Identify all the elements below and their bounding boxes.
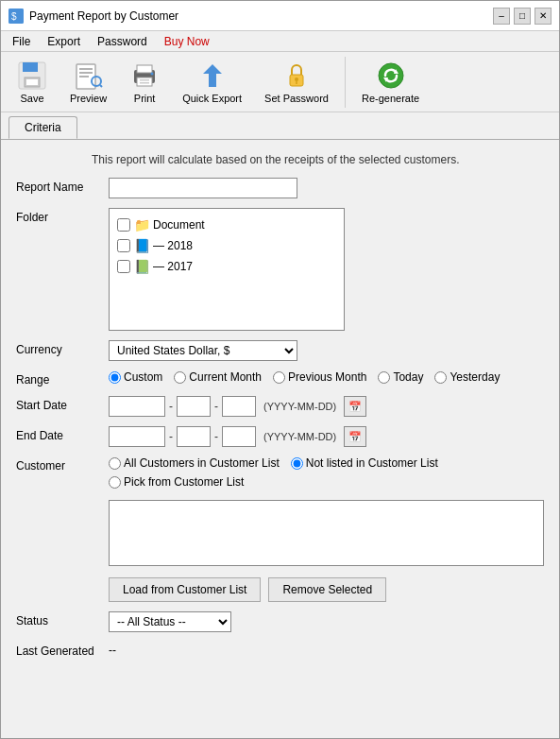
window-controls: – □ ✕ xyxy=(493,8,552,25)
svg-marker-18 xyxy=(203,64,222,87)
customer-all-radio[interactable] xyxy=(109,457,121,470)
window-title: Payment Report by Customer xyxy=(29,9,178,23)
regenerate-label: Re-generate xyxy=(362,93,419,104)
range-today-radio[interactable] xyxy=(378,371,390,384)
start-date-calendar-button[interactable]: 📅 xyxy=(344,396,366,417)
print-label: Print xyxy=(134,93,156,104)
end-date-sep2: - xyxy=(214,430,218,443)
menu-buynow[interactable]: Buy Now xyxy=(157,33,217,50)
range-current-label[interactable]: Current Month xyxy=(189,370,262,384)
folder-icon-2018: 📘 xyxy=(134,238,149,253)
set-password-label: Set Password xyxy=(264,93,329,104)
save-icon xyxy=(17,60,47,91)
title-bar-left: $ Payment Report by Customer xyxy=(8,9,178,24)
customer-all-label[interactable]: All Customers in Customer List xyxy=(124,456,280,470)
svg-point-22 xyxy=(379,63,403,88)
menu-password[interactable]: Password xyxy=(90,33,155,50)
tab-criteria[interactable]: Criteria xyxy=(8,116,77,139)
end-date-inputs: - - (YYYY-MM-DD) 📅 xyxy=(109,426,366,447)
status-label: Status xyxy=(16,611,101,627)
range-current-radio[interactable] xyxy=(174,371,186,384)
folder-row: Folder 📁 Document 📘 — 2018 📗 xyxy=(16,208,544,331)
report-name-label: Report Name xyxy=(16,178,101,194)
start-date-month-input[interactable] xyxy=(177,396,211,417)
folder-label: Folder xyxy=(16,208,101,224)
range-today-label[interactable]: Today xyxy=(393,370,423,384)
range-yesterday-radio[interactable] xyxy=(434,371,447,384)
remove-selected-button[interactable]: Remove Selected xyxy=(268,577,386,602)
folder-checkbox-2017[interactable] xyxy=(117,260,130,273)
last-generated-label: Last Generated xyxy=(16,642,101,658)
regenerate-button[interactable]: Re-generate xyxy=(351,56,430,109)
end-date-month-input[interactable] xyxy=(177,426,211,447)
customer-not-listed-label[interactable]: Not listed in Customer List xyxy=(306,456,438,470)
currency-select[interactable]: United States Dollar, $ Euro, € British … xyxy=(109,340,297,361)
end-date-label: End Date xyxy=(16,426,101,442)
window-icon: $ xyxy=(8,9,24,24)
customer-not-listed-radio[interactable] xyxy=(291,457,303,470)
svg-rect-15 xyxy=(140,79,149,81)
status-select[interactable]: -- All Status -- Active Inactive xyxy=(109,611,231,632)
title-bar: $ Payment Report by Customer – □ ✕ xyxy=(1,1,559,31)
preview-button[interactable]: Preview xyxy=(59,56,117,109)
folder-item-2017: 📗 — 2017 xyxy=(115,256,338,277)
report-name-control xyxy=(109,178,544,198)
maximize-button[interactable]: □ xyxy=(514,8,531,25)
customer-pick-label[interactable]: Pick from Customer List xyxy=(124,475,244,489)
save-button[interactable]: Save xyxy=(7,56,58,109)
range-yesterday-label[interactable]: Yesterday xyxy=(450,370,500,384)
end-date-year-input[interactable] xyxy=(109,426,165,447)
svg-rect-13 xyxy=(137,65,152,73)
customer-pick: Pick from Customer List xyxy=(109,475,544,489)
report-name-row: Report Name xyxy=(16,178,544,198)
range-label: Range xyxy=(16,370,101,387)
svg-point-17 xyxy=(151,72,154,75)
svg-line-11 xyxy=(100,85,102,87)
quick-export-button[interactable]: Quick Export xyxy=(172,56,252,109)
range-custom-radio[interactable] xyxy=(109,371,121,384)
set-password-button[interactable]: Set Password xyxy=(254,56,339,109)
range-today: Today xyxy=(378,370,423,384)
folder-icon-document: 📁 xyxy=(134,217,149,232)
folder-checkbox-document[interactable] xyxy=(117,218,130,232)
folder-checkbox-2018[interactable] xyxy=(117,239,130,252)
toolbar: Save Preview xyxy=(1,52,559,112)
customer-list-area[interactable] xyxy=(109,500,544,566)
main-window: $ Payment Report by Customer – □ ✕ File … xyxy=(0,0,560,739)
end-date-calendar-button[interactable]: 📅 xyxy=(344,426,366,447)
start-date-row: Start Date - - (YYYY-MM-DD) 📅 xyxy=(16,396,544,417)
range-prev-radio[interactable] xyxy=(273,371,285,384)
start-date-sep2: - xyxy=(214,400,218,413)
preview-label: Preview xyxy=(70,93,107,104)
customer-pick-radio[interactable] xyxy=(109,476,121,489)
start-date-label: Start Date xyxy=(16,396,101,412)
end-date-sep1: - xyxy=(169,430,173,443)
range-prev-label[interactable]: Previous Month xyxy=(288,370,366,384)
menu-file[interactable]: File xyxy=(5,33,38,50)
folder-tree: 📁 Document 📘 — 2018 📗 — 2017 xyxy=(109,208,345,331)
start-date-day-input[interactable] xyxy=(222,396,256,417)
range-prev-month: Previous Month xyxy=(273,370,366,384)
minimize-button[interactable]: – xyxy=(493,8,510,25)
range-radio-group: Custom Current Month Previous Month Toda… xyxy=(109,370,500,384)
load-customer-list-button[interactable]: Load from Customer List xyxy=(109,577,261,602)
end-date-row: End Date - - (YYYY-MM-DD) 📅 xyxy=(16,426,544,447)
menu-bar: File Export Password Buy Now xyxy=(1,31,559,52)
customer-row: Customer All Customers in Customer List … xyxy=(16,456,544,602)
end-date-day-input[interactable] xyxy=(222,426,256,447)
customer-controls: All Customers in Customer List Not liste… xyxy=(109,456,544,602)
start-date-year-input[interactable] xyxy=(109,396,165,417)
currency-row: Currency United States Dollar, $ Euro, €… xyxy=(16,340,544,361)
status-row: Status -- All Status -- Active Inactive xyxy=(16,611,544,632)
print-button[interactable]: Print xyxy=(119,56,170,109)
folder-item-2018: 📘 — 2018 xyxy=(115,235,338,256)
customer-all: All Customers in Customer List xyxy=(109,456,280,470)
menu-export[interactable]: Export xyxy=(40,33,88,50)
range-custom-label[interactable]: Custom xyxy=(124,370,162,384)
customer-radio-group: All Customers in Customer List Not liste… xyxy=(109,456,544,470)
close-button[interactable]: ✕ xyxy=(535,8,552,25)
description-text: This report will calculate based on the … xyxy=(16,151,544,168)
report-name-input[interactable] xyxy=(109,178,297,198)
range-row: Range Custom Current Month Previous Mont… xyxy=(16,370,544,387)
end-date-format: (YYYY-MM-DD) xyxy=(263,431,336,442)
